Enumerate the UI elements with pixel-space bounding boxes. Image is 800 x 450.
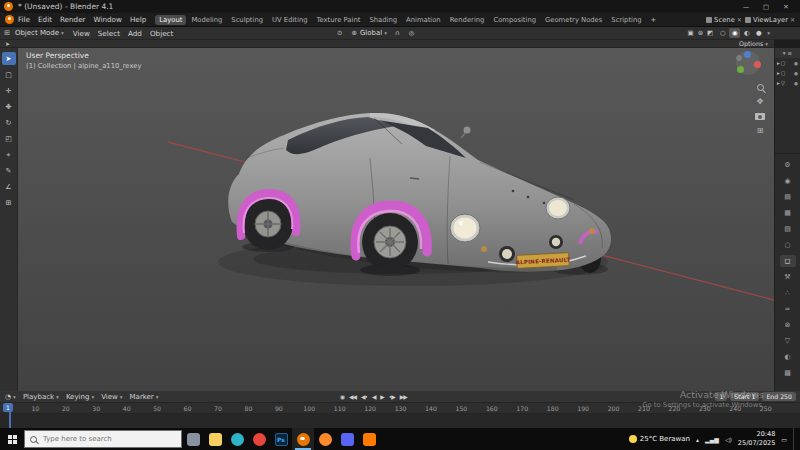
viewport-3d[interactable]: ALPINE-RENAULT User Perspective (1) Coll… bbox=[18, 48, 774, 391]
outliner-collection-row[interactable]: ▸◻ ● bbox=[775, 68, 800, 78]
blender-icon[interactable] bbox=[292, 428, 314, 450]
taskbar-clock[interactable]: 20:48 25/07/2025 bbox=[738, 430, 775, 448]
transform-tool[interactable]: ⌖ bbox=[2, 148, 16, 161]
auto-keying-toggle[interactable]: ◉ bbox=[340, 394, 344, 400]
wireframe-shading-icon[interactable]: ○ bbox=[717, 28, 728, 38]
eye-icon[interactable]: ● bbox=[794, 71, 798, 76]
viewport-menu-item[interactable]: View bbox=[69, 29, 94, 38]
show-overlays-icon[interactable]: ⊚ bbox=[697, 29, 704, 37]
firefox-icon[interactable] bbox=[314, 428, 336, 450]
material-properties-tab[interactable]: ◐ bbox=[780, 351, 796, 363]
toggle-perspective-icon[interactable]: ⊞ bbox=[757, 127, 764, 135]
rotate-tool[interactable]: ↻ bbox=[2, 116, 16, 129]
world-properties-tab[interactable]: ○ bbox=[780, 239, 796, 251]
jump-to-start-button[interactable]: ◀◀ bbox=[349, 394, 356, 400]
snap-magnet-icon[interactable]: ∩ bbox=[394, 29, 401, 37]
jump-to-end-button[interactable]: ▶▶ bbox=[400, 394, 407, 400]
measure-tool[interactable]: ∠ bbox=[2, 180, 16, 193]
workspace-tab-animation[interactable]: Animation bbox=[402, 15, 445, 25]
proportional-editing-icon[interactable]: ◎ bbox=[408, 29, 416, 37]
editor-type-icon[interactable]: ⊞ bbox=[4, 29, 10, 37]
workspace-tab-texture-paint[interactable]: Texture Paint bbox=[313, 15, 365, 25]
hidden-icons-chevron[interactable]: ▴ bbox=[696, 436, 699, 443]
navigation-gizmo[interactable] bbox=[736, 51, 760, 75]
zoom-icon[interactable] bbox=[757, 84, 764, 91]
close-button[interactable]: ✕ bbox=[776, 0, 796, 13]
menu-item[interactable]: File bbox=[14, 15, 34, 24]
menu-item[interactable]: Edit bbox=[34, 15, 56, 24]
timeline-menu-item[interactable]: View▾ bbox=[101, 393, 122, 401]
outliner-scene-collection-row[interactable]: ▸◻ ● bbox=[775, 58, 800, 68]
task-view-icon[interactable] bbox=[182, 428, 204, 450]
menu-item[interactable]: Window bbox=[90, 15, 126, 24]
workspace-tab-rendering[interactable]: Rendering bbox=[446, 15, 489, 25]
show-gizmo-icon[interactable]: ▣ bbox=[686, 29, 694, 37]
frame-start-field[interactable]: Start 1 bbox=[730, 392, 759, 401]
scene-selector[interactable]: Scene ✕ bbox=[706, 16, 742, 24]
show-desktop-button[interactable] bbox=[793, 428, 797, 450]
photoshop-icon[interactable]: Ps bbox=[270, 428, 292, 450]
eye-icon[interactable]: ● bbox=[794, 81, 798, 86]
rendered-shading-icon[interactable]: ● bbox=[753, 28, 764, 38]
file-explorer-icon[interactable] bbox=[204, 428, 226, 450]
transform-orientation-selector[interactable]: ⊕ Global ▾ bbox=[350, 29, 387, 37]
pivot-point-icon[interactable]: ⊙ bbox=[336, 29, 343, 37]
eye-icon[interactable]: ● bbox=[794, 61, 798, 66]
viewlayer-unlink-icon[interactable]: ✕ bbox=[790, 16, 795, 23]
scene-properties-tab[interactable]: ▧ bbox=[780, 223, 796, 235]
constraints-properties-tab[interactable]: ⊗ bbox=[780, 319, 796, 331]
current-frame-field[interactable]: 1 bbox=[715, 392, 727, 401]
menu-item[interactable]: Render bbox=[56, 15, 90, 24]
volume-icon[interactable]: ◁) bbox=[725, 436, 732, 443]
mode-selector[interactable]: Object Mode ▾ bbox=[15, 29, 64, 37]
viewport-menu-item[interactable]: Object bbox=[146, 29, 177, 38]
annotate-tool[interactable]: ✎ bbox=[2, 164, 16, 177]
network-icon[interactable]: ▂▄▆ bbox=[705, 436, 719, 443]
object-properties-tab[interactable]: ◻ bbox=[780, 255, 796, 267]
weather-widget[interactable]: 25°C Berawan bbox=[629, 435, 690, 443]
next-keyframe-button[interactable]: •▶ bbox=[389, 394, 395, 400]
gizmo-neg-axis[interactable] bbox=[736, 55, 742, 61]
toggle-xray-icon[interactable]: ◩ bbox=[706, 29, 714, 37]
workspace-tab-layout[interactable]: Layout bbox=[155, 15, 186, 25]
timeline-ruler[interactable]: 1020304050607080901001101201301401501601… bbox=[0, 403, 800, 414]
gizmo-x-axis[interactable] bbox=[754, 61, 761, 68]
workspace-add-tab[interactable]: + bbox=[647, 15, 661, 25]
texture-properties-tab[interactable]: ▩ bbox=[780, 367, 796, 379]
viewlayer-selector[interactable]: ViewLayer ✕ bbox=[745, 16, 795, 24]
workspace-tab-uv-editing[interactable]: UV Editing bbox=[268, 15, 311, 25]
cursor-tool[interactable]: ✛ bbox=[2, 84, 16, 97]
workspace-tab-compositing[interactable]: Compositing bbox=[489, 15, 540, 25]
play-reverse-button[interactable]: ◀ bbox=[372, 394, 375, 400]
minimize-button[interactable]: — bbox=[736, 0, 756, 13]
viewport-menu-item[interactable]: Add bbox=[124, 29, 146, 38]
workspace-tab-modeling[interactable]: Modeling bbox=[187, 15, 226, 25]
material-shading-icon[interactable]: ◐ bbox=[741, 28, 752, 38]
viewport-menu-item[interactable]: Select bbox=[94, 29, 124, 38]
timeline-menu-item[interactable]: Marker▾ bbox=[130, 393, 159, 401]
scale-tool[interactable]: ◰ bbox=[2, 132, 16, 145]
menu-item[interactable]: Help bbox=[126, 15, 150, 24]
output-properties-tab[interactable]: ▤ bbox=[780, 191, 796, 203]
camera-view-icon[interactable] bbox=[755, 113, 765, 120]
physics-properties-tab[interactable]: ≈ bbox=[780, 303, 796, 315]
outliner-object-row[interactable]: ▸▽ ● bbox=[775, 78, 800, 88]
search-icon[interactable]: ≡ bbox=[788, 50, 793, 56]
scene-unlink-icon[interactable]: ✕ bbox=[737, 16, 742, 23]
gizmo-y-axis[interactable] bbox=[737, 66, 744, 73]
pan-view-icon[interactable]: ✥ bbox=[757, 98, 764, 106]
add-cube-tool[interactable]: ⊞ bbox=[2, 196, 16, 209]
select-box-tool[interactable]: ▢ bbox=[2, 68, 16, 81]
tweak-select-tool[interactable]: ➤ bbox=[2, 52, 16, 65]
filter-icon[interactable]: ▾ bbox=[783, 50, 786, 56]
vlc-icon[interactable] bbox=[358, 428, 380, 450]
workspace-tab-shading[interactable]: Shading bbox=[365, 15, 401, 25]
workspace-tab-sculpting[interactable]: Sculpting bbox=[227, 15, 267, 25]
maximize-button[interactable]: ▢ bbox=[756, 0, 776, 13]
tool-properties-tab[interactable]: ⚙ bbox=[780, 159, 796, 171]
object-data-properties-tab[interactable]: ▽ bbox=[780, 335, 796, 347]
timeline-menu-item[interactable]: Keying▾ bbox=[66, 393, 94, 401]
gizmo-z-axis[interactable] bbox=[744, 51, 751, 58]
chrome-icon[interactable] bbox=[248, 428, 270, 450]
timeline-menu-item[interactable]: Playback▾ bbox=[23, 393, 59, 401]
